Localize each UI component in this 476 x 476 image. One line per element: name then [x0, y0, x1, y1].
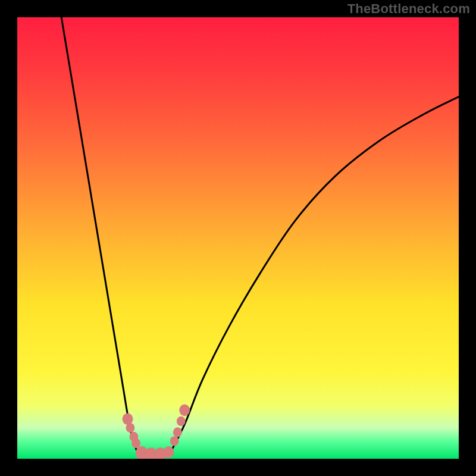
bottleneck-curve — [61, 17, 459, 455]
chart-frame: TheBottleneck.com — [0, 0, 476, 476]
bead-marker — [131, 439, 140, 448]
curve-group — [61, 17, 459, 455]
bead-marker — [123, 413, 133, 425]
bead-marker — [126, 423, 135, 433]
bead-marker — [173, 427, 182, 437]
beads-group — [123, 405, 190, 459]
bead-marker — [177, 416, 186, 426]
bead-marker — [164, 446, 174, 458]
plot-area — [17, 17, 459, 459]
bead-marker — [170, 436, 179, 446]
bead-marker — [179, 405, 190, 416]
attribution-text: TheBottleneck.com — [347, 1, 470, 17]
chart-svg — [17, 17, 459, 459]
